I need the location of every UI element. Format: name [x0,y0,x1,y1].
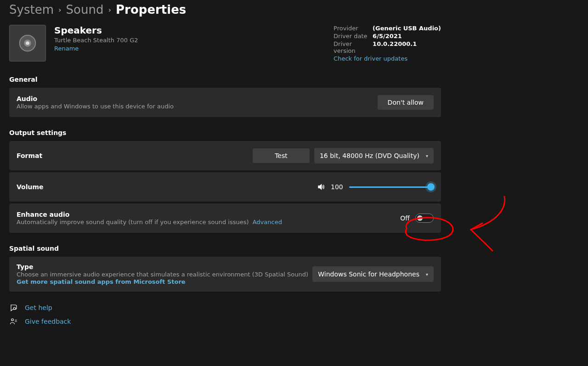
enhance-audio-toggle[interactable] [415,214,434,223]
output-settings-heading: Output settings [9,129,441,136]
format-card: Format Test 16 bit, 48000 Hz (DVD Qualit… [9,141,441,170]
spatial-type-card: Type Choose an immersive audio experienc… [9,257,441,292]
chevron-down-icon: ▾ [426,272,428,277]
volume-icon[interactable] [317,183,325,191]
chevron-down-icon: ▾ [426,153,428,158]
audio-card: Audio Allow apps and Windows to use this… [9,88,441,117]
device-name: Speakers [54,25,138,36]
driver-date-value: 6/5/2021 [373,33,402,39]
dont-allow-button[interactable]: Don't allow [378,95,434,110]
driver-version-value: 10.0.22000.1 [373,40,417,54]
audio-desc: Allow apps and Windows to use this devic… [17,103,174,110]
breadcrumb: System › Sound › Properties [0,0,588,25]
feedback-icon [9,317,18,326]
format-title: Format [17,152,42,159]
breadcrumb-sound[interactable]: Sound [66,3,104,17]
spatial-store-link[interactable]: Get more spatial sound apps from Microso… [17,278,186,285]
general-heading: General [9,76,441,83]
spatial-type-desc: Choose an immersive audio experience tha… [17,271,308,278]
format-dropdown[interactable]: 16 bit, 48000 Hz (DVD Quality) ▾ [314,148,434,163]
driver-info: Provider(Generic USB Audio) Driver date6… [334,25,441,62]
provider-label: Provider [334,25,373,32]
spatial-sound-heading: Spatial sound [9,245,441,252]
volume-slider[interactable] [349,182,434,191]
format-value: 16 bit, 48000 Hz (DVD Quality) [320,152,419,159]
rename-link[interactable]: Rename [54,45,79,52]
slider-thumb[interactable] [427,183,435,191]
check-driver-updates-link[interactable]: Check for driver updates [334,55,407,62]
enhance-audio-desc: Automatically improve sound quality (tur… [17,219,282,225]
enhance-toggle-state: Off [400,214,410,222]
breadcrumb-properties: Properties [116,3,186,17]
driver-version-label: Driver version [334,40,373,54]
breadcrumb-system[interactable]: System [9,3,54,17]
volume-title: Volume [17,183,44,191]
give-feedback-link[interactable]: Give feedback [9,317,441,326]
svg-point-2 [26,41,29,45]
get-help-link[interactable]: Get help [9,304,441,312]
device-model: Turtle Beach Stealth 700 G2 [54,37,138,44]
speaker-icon [9,25,46,62]
advanced-link[interactable]: Advanced [253,219,282,225]
chevron-right-icon: › [108,6,111,14]
enhance-audio-card: Enhance audio Automatically improve soun… [9,203,441,233]
svg-point-4 [11,319,14,321]
driver-date-label: Driver date [334,33,373,39]
audio-title: Audio [17,95,174,102]
spatial-type-value: Windows Sonic for Headphones [318,270,419,278]
help-icon [9,304,18,312]
svg-point-3 [13,307,16,310]
volume-card: Volume 100 [9,172,441,202]
test-button[interactable]: Test [253,148,310,163]
volume-value: 100 [331,183,344,191]
enhance-audio-title: Enhance audio [17,211,282,218]
provider-value: (Generic USB Audio) [373,25,441,32]
chevron-right-icon: › [58,6,62,14]
spatial-type-dropdown[interactable]: Windows Sonic for Headphones ▾ [312,266,434,282]
spatial-type-title: Type [17,263,308,270]
